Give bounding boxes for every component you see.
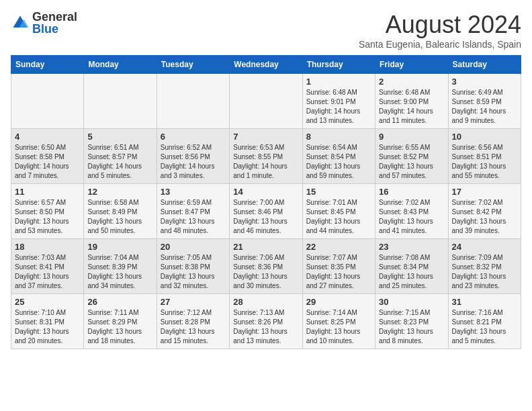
calendar-cell: 30Sunrise: 7:15 AM Sunset: 8:23 PM Dayli…	[375, 294, 448, 349]
day-info: Sunrise: 7:04 AM Sunset: 8:39 PM Dayligh…	[87, 253, 152, 291]
day-info: Sunrise: 7:16 AM Sunset: 8:21 PM Dayligh…	[452, 308, 517, 346]
calendar-cell: 2Sunrise: 6:48 AM Sunset: 9:00 PM Daylig…	[375, 74, 448, 129]
day-number: 14	[233, 187, 298, 197]
calendar-cell: 4Sunrise: 6:50 AM Sunset: 8:58 PM Daylig…	[11, 129, 84, 184]
calendar-cell: 26Sunrise: 7:11 AM Sunset: 8:29 PM Dayli…	[84, 294, 157, 349]
location: Santa Eugenia, Balearic Islands, Spain	[359, 39, 521, 50]
calendar-cell: 7Sunrise: 6:53 AM Sunset: 8:55 PM Daylig…	[230, 129, 302, 184]
calendar-cell: 14Sunrise: 7:00 AM Sunset: 8:46 PM Dayli…	[230, 184, 302, 239]
day-header-monday: Monday	[84, 56, 157, 74]
day-header-saturday: Saturday	[448, 56, 521, 74]
calendar-cell	[84, 74, 157, 129]
day-info: Sunrise: 6:56 AM Sunset: 8:51 PM Dayligh…	[452, 143, 517, 181]
day-number: 4	[15, 132, 80, 142]
day-header-wednesday: Wednesday	[230, 56, 302, 74]
calendar-table: SundayMondayTuesdayWednesdayThursdayFrid…	[11, 55, 521, 349]
calendar-cell: 17Sunrise: 7:02 AM Sunset: 8:42 PM Dayli…	[448, 184, 521, 239]
day-info: Sunrise: 7:15 AM Sunset: 8:23 PM Dayligh…	[379, 308, 444, 346]
calendar-cell: 22Sunrise: 7:07 AM Sunset: 8:35 PM Dayli…	[302, 239, 375, 294]
day-info: Sunrise: 6:58 AM Sunset: 8:49 PM Dayligh…	[87, 198, 152, 236]
day-info: Sunrise: 6:48 AM Sunset: 9:00 PM Dayligh…	[379, 88, 444, 126]
day-info: Sunrise: 6:48 AM Sunset: 9:01 PM Dayligh…	[306, 88, 371, 126]
day-number: 16	[379, 187, 444, 197]
day-header-tuesday: Tuesday	[157, 56, 229, 74]
calendar-cell	[157, 74, 229, 129]
logo-general: General	[32, 11, 77, 23]
day-number: 2	[379, 77, 444, 87]
day-number: 24	[452, 242, 517, 252]
calendar-cell: 29Sunrise: 7:14 AM Sunset: 8:25 PM Dayli…	[302, 294, 375, 349]
day-number: 31	[452, 297, 517, 307]
day-info: Sunrise: 6:59 AM Sunset: 8:47 PM Dayligh…	[161, 198, 226, 236]
week-row-1: 1Sunrise: 6:48 AM Sunset: 9:01 PM Daylig…	[11, 74, 521, 129]
day-number: 3	[452, 77, 517, 87]
calendar-cell: 13Sunrise: 6:59 AM Sunset: 8:47 PM Dayli…	[157, 184, 229, 239]
logo-blue: Blue	[32, 23, 77, 35]
logo: General Blue	[11, 11, 77, 35]
day-number: 11	[15, 187, 80, 197]
calendar-cell	[11, 74, 84, 129]
month-title: August 2024	[359, 11, 521, 39]
day-info: Sunrise: 6:53 AM Sunset: 8:55 PM Dayligh…	[233, 143, 298, 181]
day-info: Sunrise: 7:13 AM Sunset: 8:26 PM Dayligh…	[233, 308, 298, 346]
day-number: 9	[379, 132, 444, 142]
day-number: 1	[306, 77, 371, 87]
calendar-cell	[230, 74, 302, 129]
day-number: 6	[161, 132, 226, 142]
calendar-cell: 9Sunrise: 6:55 AM Sunset: 8:52 PM Daylig…	[375, 129, 448, 184]
day-number: 20	[161, 242, 226, 252]
day-number: 7	[233, 132, 298, 142]
calendar-cell: 31Sunrise: 7:16 AM Sunset: 8:21 PM Dayli…	[448, 294, 521, 349]
day-info: Sunrise: 7:12 AM Sunset: 8:28 PM Dayligh…	[161, 308, 226, 346]
day-number: 23	[379, 242, 444, 252]
day-number: 25	[15, 297, 80, 307]
day-number: 29	[306, 297, 371, 307]
day-info: Sunrise: 7:03 AM Sunset: 8:41 PM Dayligh…	[15, 253, 80, 291]
calendar-cell: 11Sunrise: 6:57 AM Sunset: 8:50 PM Dayli…	[11, 184, 84, 239]
day-number: 30	[379, 297, 444, 307]
calendar-cell: 28Sunrise: 7:13 AM Sunset: 8:26 PM Dayli…	[230, 294, 302, 349]
day-info: Sunrise: 7:11 AM Sunset: 8:29 PM Dayligh…	[87, 308, 152, 346]
day-number: 27	[161, 297, 226, 307]
week-row-4: 18Sunrise: 7:03 AM Sunset: 8:41 PM Dayli…	[11, 239, 521, 294]
calendar-cell: 10Sunrise: 6:56 AM Sunset: 8:51 PM Dayli…	[448, 129, 521, 184]
day-number: 12	[87, 187, 152, 197]
logo-icon	[11, 13, 30, 32]
day-info: Sunrise: 7:06 AM Sunset: 8:36 PM Dayligh…	[233, 253, 298, 291]
day-header-friday: Friday	[375, 56, 448, 74]
calendar-cell: 12Sunrise: 6:58 AM Sunset: 8:49 PM Dayli…	[84, 184, 157, 239]
day-info: Sunrise: 7:02 AM Sunset: 8:43 PM Dayligh…	[379, 198, 444, 236]
calendar-cell: 19Sunrise: 7:04 AM Sunset: 8:39 PM Dayli…	[84, 239, 157, 294]
day-info: Sunrise: 7:01 AM Sunset: 8:45 PM Dayligh…	[306, 198, 371, 236]
day-info: Sunrise: 7:02 AM Sunset: 8:42 PM Dayligh…	[452, 198, 517, 236]
week-row-3: 11Sunrise: 6:57 AM Sunset: 8:50 PM Dayli…	[11, 184, 521, 239]
week-row-2: 4Sunrise: 6:50 AM Sunset: 8:58 PM Daylig…	[11, 129, 521, 184]
day-info: Sunrise: 7:07 AM Sunset: 8:35 PM Dayligh…	[306, 253, 371, 291]
day-info: Sunrise: 6:54 AM Sunset: 8:54 PM Dayligh…	[306, 143, 371, 181]
week-row-5: 25Sunrise: 7:10 AM Sunset: 8:31 PM Dayli…	[11, 294, 521, 349]
calendar-cell: 23Sunrise: 7:08 AM Sunset: 8:34 PM Dayli…	[375, 239, 448, 294]
calendar-body: 1Sunrise: 6:48 AM Sunset: 9:01 PM Daylig…	[11, 74, 521, 349]
day-info: Sunrise: 6:52 AM Sunset: 8:56 PM Dayligh…	[161, 143, 226, 181]
day-info: Sunrise: 7:14 AM Sunset: 8:25 PM Dayligh…	[306, 308, 371, 346]
day-info: Sunrise: 6:49 AM Sunset: 8:59 PM Dayligh…	[452, 88, 517, 126]
day-number: 19	[87, 242, 152, 252]
day-number: 18	[15, 242, 80, 252]
calendar-header-row: SundayMondayTuesdayWednesdayThursdayFrid…	[11, 56, 521, 74]
calendar-cell: 3Sunrise: 6:49 AM Sunset: 8:59 PM Daylig…	[448, 74, 521, 129]
calendar-cell: 5Sunrise: 6:51 AM Sunset: 8:57 PM Daylig…	[84, 129, 157, 184]
day-number: 8	[306, 132, 371, 142]
day-number: 17	[452, 187, 517, 197]
day-info: Sunrise: 7:10 AM Sunset: 8:31 PM Dayligh…	[15, 308, 80, 346]
calendar-cell: 27Sunrise: 7:12 AM Sunset: 8:28 PM Dayli…	[157, 294, 229, 349]
day-info: Sunrise: 6:57 AM Sunset: 8:50 PM Dayligh…	[15, 198, 80, 236]
calendar-cell: 18Sunrise: 7:03 AM Sunset: 8:41 PM Dayli…	[11, 239, 84, 294]
day-info: Sunrise: 7:00 AM Sunset: 8:46 PM Dayligh…	[233, 198, 298, 236]
day-info: Sunrise: 7:05 AM Sunset: 8:38 PM Dayligh…	[161, 253, 226, 291]
day-info: Sunrise: 6:55 AM Sunset: 8:52 PM Dayligh…	[379, 143, 444, 181]
day-info: Sunrise: 7:09 AM Sunset: 8:32 PM Dayligh…	[452, 253, 517, 291]
day-number: 22	[306, 242, 371, 252]
day-info: Sunrise: 7:08 AM Sunset: 8:34 PM Dayligh…	[379, 253, 444, 291]
day-number: 13	[161, 187, 226, 197]
day-header-sunday: Sunday	[11, 56, 84, 74]
